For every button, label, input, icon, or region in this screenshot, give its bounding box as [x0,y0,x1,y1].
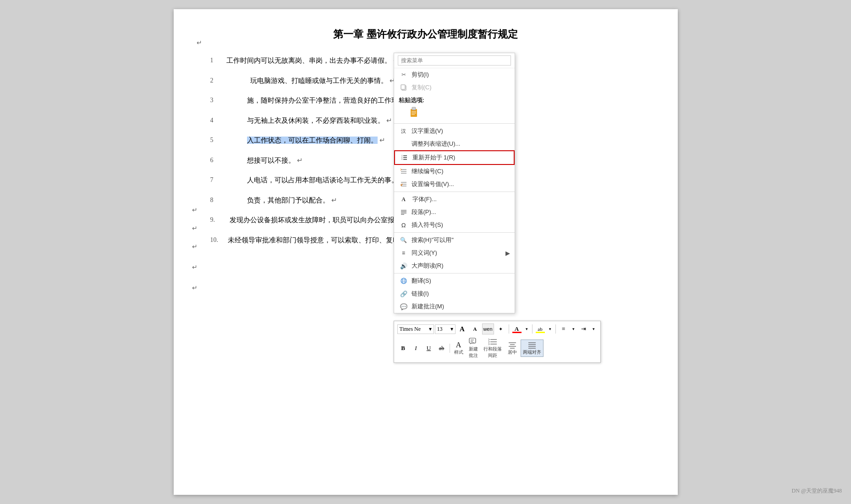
menu-item-insert-symbol[interactable]: Ω 插入符号(S) [394,219,515,231]
shrink-font-button[interactable]: A [469,323,481,334]
side-arrow-2: ↵ [192,225,198,232]
font-icon: A [399,195,409,203]
paragraph-icon [399,208,409,216]
grow-font-button[interactable]: A [456,323,468,334]
menu-item-cjk[interactable]: 汉 汉字重选(V) [394,125,515,137]
menu-item-new-comment[interactable]: 💬 新建批注(M) [394,300,515,313]
paste-icon[interactable] [409,106,419,120]
menu-item-read-aloud-label: 大声朗读(R) [412,262,444,270]
menu-item-copy[interactable]: 复制(C) [394,81,515,94]
mini-toolbar: Times Ne ▾ 13 ▾ A A wen ✦ [394,321,601,363]
page-background: ↵ 第一章 墨许攸行政办公管理制度暂行规定 1 工作时间内可以无故离岗、串岗，出… [0,0,851,504]
menu-divider-4 [394,273,515,274]
indent-icon [399,140,409,148]
menu-item-search[interactable]: 🔍 搜索(H)"可以用" [394,234,515,247]
wen-label: wen [483,326,492,332]
menu-item-adjust-indent[interactable]: 调整列表缩进(U)... [394,137,515,150]
highlight-button[interactable]: ab [534,323,546,334]
menu-item-cjk-label: 汉字重选(V) [412,127,443,135]
menu-search-input[interactable] [398,55,511,66]
menu-item-paragraph[interactable]: 段落(P)... [394,206,515,219]
menu-item-synonyms[interactable]: ≡ 同义词(Y) ▶ [394,247,515,259]
menu-item-continue-label: 继续编号(C) [412,167,444,175]
setval-icon [399,180,409,188]
side-arrow-5: ↵ [192,284,198,292]
menu-item-font[interactable]: A 字体(F)... [394,193,515,206]
font-size-value: 13 [437,326,443,333]
link-icon: 🔗 [399,290,409,298]
menu-item-read-aloud[interactable]: 🔊 大声朗读(R) [394,259,515,272]
line-number: 9. [210,214,226,225]
indent-button[interactable]: ⇥ [578,323,590,334]
font-size-selector[interactable]: 13 ▾ [435,324,456,334]
menu-item-link[interactable]: 🔗 链接(I) [394,287,515,300]
line-spacing-button[interactable]: 行和段落 间距 [481,336,504,360]
menu-item-continue[interactable]: 继续编号(C) [394,165,515,178]
new-comment-label: 新建 [469,346,478,352]
new-comment-button[interactable]: 新建 批注 [467,336,480,360]
style-button[interactable]: A 样式 [452,340,466,357]
menu-divider-2 [394,192,515,192]
copy-icon [399,83,409,92]
context-menu: ✂ 剪切(I) 复制(C) 粘贴选项: [394,53,515,313]
font-name-selector[interactable]: Times Ne ▾ [397,324,434,334]
return-mark: ↵ [386,117,392,124]
menu-item-synonyms-label: 同义词(Y) [412,249,437,257]
svg-point-24 [402,278,405,284]
selected-text: 入工作状态，可以在工作场合闲聊、打闹。 [247,137,378,144]
indent-dropdown-button[interactable]: ▾ [591,323,597,334]
menu-item-setval-label: 设置编号值(V)... [412,180,454,188]
menu-item-translate[interactable]: 翻译(S) [394,274,515,287]
toolbar-row1: Times Ne ▾ 13 ▾ A A wen ✦ [395,323,599,335]
return-arrow-top: ↵ [197,39,202,47]
menu-item-paragraph-label: 段落(P)... [412,208,436,216]
line-spacing-label: 行和段落 [483,346,502,352]
list-dropdown-button[interactable]: ▾ [571,323,577,334]
line-number: 10. [210,235,226,246]
watermark-text: DN @天堂的巫魔948 [792,488,842,494]
return-mark: ↵ [379,137,385,144]
document-title: 第一章 墨许攸行政办公管理制度暂行规定 [210,27,641,41]
extra-button[interactable]: ✦ [495,323,507,334]
menu-item-setval[interactable]: 设置编号值(V)... [394,178,515,191]
line-number: 5 [210,135,226,146]
strikethrough-label: ab [439,345,444,352]
symbol-icon: Ω [399,221,409,229]
document-area: ↵ 第一章 墨许攸行政办公管理制度暂行规定 1 工作时间内可以无故离岗、串岗，出… [174,9,678,495]
menu-item-restart-1[interactable]: 1 2 3 重新开始于 1(R) [394,150,515,165]
menu-item-cut[interactable]: ✂ 剪切(I) [394,68,515,81]
highlight-dropdown-button[interactable]: ▾ [547,323,554,334]
font-color-dropdown-button[interactable]: ▾ [524,323,530,334]
underline-button[interactable]: U [423,343,435,354]
menu-item-insert-symbol-label: 插入符号(S) [412,221,443,229]
toolbar-row2: B I U ab A 样式 [395,335,599,361]
paste-section-label: 粘贴选项: [399,96,424,104]
menu-item-paste-section: 粘贴选项: [394,94,515,105]
center-button[interactable]: 居中 [505,340,520,357]
search-icon: 🔍 [399,236,409,244]
line-spacing-label2: 间距 [488,352,497,359]
font-color-button[interactable]: A [511,323,523,334]
menu-item-copy-label: 复制(C) [412,83,432,92]
justify-button[interactable]: 两端对齐 [521,340,544,357]
font-color-indicator [512,332,522,333]
menu-divider-3 [394,232,515,233]
menu-item-link-label: 链接(I) [412,290,429,298]
wen-button[interactable]: wen [482,323,494,334]
justify-label: 两端对齐 [523,349,541,356]
continue-icon [399,167,409,175]
submenu-arrow: ▶ [505,250,510,257]
menu-item-cut-label: 剪切(I) [412,71,429,79]
center-icon [507,341,517,349]
return-mark: ↵ [331,197,337,204]
line-number: 6 [210,155,226,166]
list-button[interactable]: ≡ [558,323,570,334]
bold-button[interactable]: B [397,343,409,354]
translate-icon [399,277,409,285]
style-label: 样式 [454,349,463,356]
svg-rect-3 [412,107,416,110]
italic-button[interactable]: I [410,343,422,354]
menu-divider-1 [394,123,515,124]
strikethrough-button[interactable]: ab [436,343,448,354]
watermark: DN @天堂的巫魔948 [792,487,842,495]
